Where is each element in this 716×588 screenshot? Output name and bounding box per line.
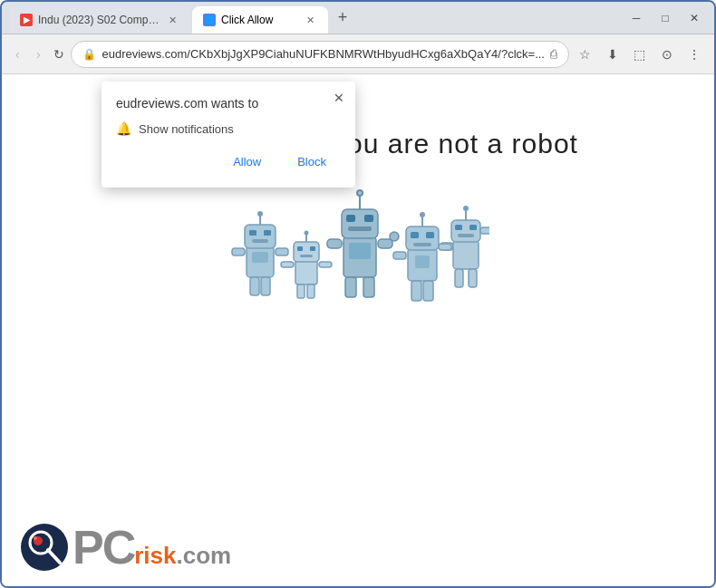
block-button[interactable]: Block xyxy=(283,150,341,173)
notification-label: Show notifications xyxy=(139,122,234,136)
svg-rect-46 xyxy=(393,252,406,259)
permission-popup: ✕ eudreviews.com wants to 🔔 Show notific… xyxy=(102,82,355,188)
svg-rect-18 xyxy=(300,255,313,257)
svg-rect-7 xyxy=(250,277,259,295)
svg-rect-11 xyxy=(252,252,268,263)
tab1-title: Indu (2023) S02 Complete Benga xyxy=(38,14,160,26)
svg-rect-13 xyxy=(294,242,319,262)
download-button[interactable]: ⬇ xyxy=(600,42,625,67)
svg-rect-41 xyxy=(411,232,419,238)
browser-window: ▶ Indu (2023) S02 Complete Benga ✕ 🌐 Cli… xyxy=(0,0,716,588)
svg-rect-9 xyxy=(232,248,245,255)
tab1-close[interactable]: ✕ xyxy=(165,13,179,27)
pcrisk-logo-icon xyxy=(20,523,69,572)
close-button[interactable]: ✕ xyxy=(682,5,707,31)
svg-rect-22 xyxy=(319,262,332,267)
svg-rect-31 xyxy=(345,277,356,297)
svg-rect-29 xyxy=(364,215,373,222)
tab-area: ▶ Indu (2023) S02 Complete Benga ✕ 🌐 Cli… xyxy=(9,2,624,34)
page-content: ✕ eudreviews.com wants to 🔔 Show notific… xyxy=(2,74,714,586)
svg-rect-6 xyxy=(252,239,268,243)
svg-rect-35 xyxy=(349,243,371,259)
reload-button[interactable]: ↻ xyxy=(51,42,68,67)
svg-rect-33 xyxy=(327,239,342,248)
url-text: eudreviews.com/CKbXbjJgXP9CiahuNUFKBNMRW… xyxy=(102,47,545,61)
notification-row: 🔔 Show notifications xyxy=(116,121,341,136)
pcrisk-text: PC risk .com xyxy=(73,524,231,571)
tab-1[interactable]: ▶ Indu (2023) S02 Complete Benga ✕ xyxy=(9,6,190,34)
svg-rect-48 xyxy=(415,255,430,268)
svg-rect-10 xyxy=(276,248,288,255)
svg-rect-24 xyxy=(342,209,378,238)
svg-point-3 xyxy=(257,211,263,217)
svg-rect-50 xyxy=(451,220,480,242)
svg-point-15 xyxy=(305,231,309,236)
svg-rect-53 xyxy=(455,225,462,230)
title-bar: ▶ Indu (2023) S02 Complete Benga ✕ 🌐 Cli… xyxy=(2,2,714,34)
svg-rect-49 xyxy=(453,240,479,269)
bookmark-button[interactable]: ☆ xyxy=(573,42,598,67)
svg-rect-43 xyxy=(413,243,431,246)
svg-rect-45 xyxy=(423,281,433,301)
svg-rect-58 xyxy=(439,244,451,250)
svg-rect-5 xyxy=(264,230,271,236)
svg-rect-54 xyxy=(469,225,477,230)
popup-title: eudreviews.com wants to xyxy=(116,96,323,111)
svg-rect-12 xyxy=(295,259,317,284)
robots-svg xyxy=(227,187,489,304)
svg-point-27 xyxy=(358,191,362,195)
svg-rect-57 xyxy=(469,269,477,287)
svg-rect-30 xyxy=(348,227,372,231)
pc-text: PC xyxy=(73,524,134,571)
risk-text: risk xyxy=(134,544,176,567)
forward-button[interactable]: › xyxy=(30,42,47,67)
minimize-button[interactable]: ─ xyxy=(624,5,649,31)
svg-point-36 xyxy=(390,232,399,241)
svg-rect-28 xyxy=(346,215,355,222)
svg-rect-16 xyxy=(297,246,303,251)
tab-2[interactable]: 🌐 Click Allow ✕ xyxy=(192,6,328,34)
address-bar[interactable]: 🔒 eudreviews.com/CKbXbjJgXP9CiahuNUFKBNM… xyxy=(71,41,569,68)
svg-rect-56 xyxy=(455,269,463,287)
svg-rect-8 xyxy=(261,277,270,295)
tab2-title: Click Allow xyxy=(221,14,297,26)
svg-rect-44 xyxy=(411,281,421,301)
menu-button[interactable]: ⋮ xyxy=(682,42,707,67)
svg-point-52 xyxy=(463,206,469,211)
popup-close-button[interactable]: ✕ xyxy=(330,89,348,107)
lock-icon: 🔒 xyxy=(82,48,96,61)
maximize-button[interactable]: □ xyxy=(653,5,678,31)
toolbar-right: ☆ ⬇ ⬚ ⊙ ⋮ xyxy=(573,42,707,67)
svg-rect-38 xyxy=(406,227,439,250)
pcrisk-footer: PC risk .com xyxy=(20,523,231,572)
tab2-close[interactable]: ✕ xyxy=(303,13,317,27)
share-icon[interactable]: ⎙ xyxy=(550,47,557,61)
svg-rect-42 xyxy=(426,232,434,238)
new-tab-button[interactable]: + xyxy=(330,5,355,31)
extensions-button[interactable]: ⬚ xyxy=(627,42,653,67)
popup-buttons: Allow Block xyxy=(116,150,341,173)
svg-rect-1 xyxy=(245,225,276,248)
svg-rect-32 xyxy=(363,277,374,297)
svg-rect-21 xyxy=(281,262,294,267)
svg-rect-55 xyxy=(458,234,474,237)
allow-button[interactable]: Allow xyxy=(218,150,276,173)
svg-rect-59 xyxy=(480,227,489,234)
svg-point-63 xyxy=(34,536,37,540)
robot-illustration xyxy=(227,187,489,304)
svg-rect-19 xyxy=(297,284,305,298)
window-controls: ─ □ ✕ xyxy=(624,5,707,31)
back-button[interactable]: ‹ xyxy=(9,42,26,67)
profile-button[interactable]: ⊙ xyxy=(654,42,680,67)
svg-rect-20 xyxy=(307,284,314,298)
svg-point-40 xyxy=(420,212,425,217)
dotcom-text: .com xyxy=(177,544,232,567)
toolbar: ‹ › ↻ 🔒 eudreviews.com/CKbXbjJgXP9CiahuN… xyxy=(2,34,714,74)
svg-rect-4 xyxy=(249,230,256,236)
tab1-favicon: ▶ xyxy=(20,14,33,26)
svg-rect-17 xyxy=(310,246,315,251)
bell-icon: 🔔 xyxy=(116,121,131,136)
tab2-favicon: 🌐 xyxy=(203,14,216,26)
svg-rect-34 xyxy=(378,239,392,248)
